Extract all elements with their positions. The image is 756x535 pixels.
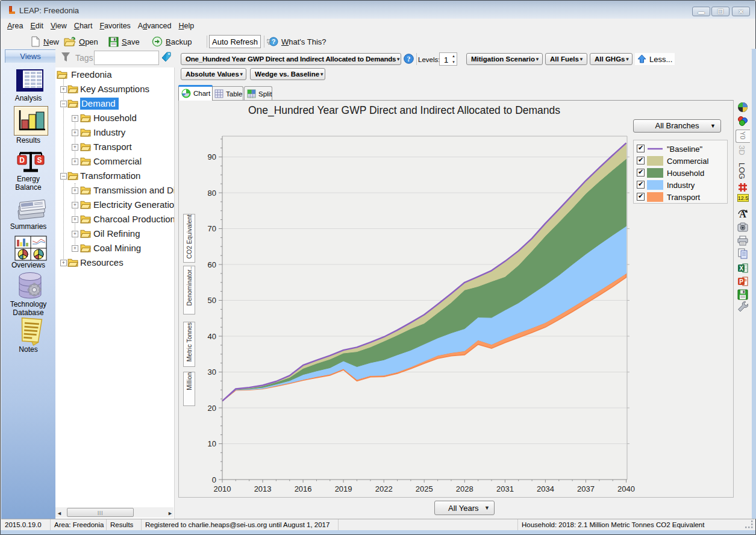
svg-text:20: 20 (208, 404, 216, 413)
svg-text:P: P (739, 278, 743, 285)
svg-text:D: D (19, 156, 25, 164)
svg-text:0: 0 (212, 475, 216, 484)
svg-text:2031: 2031 (496, 484, 514, 493)
svg-text:50: 50 (208, 296, 216, 305)
svg-text:60: 60 (208, 260, 216, 269)
svg-text:2028: 2028 (456, 484, 473, 493)
svg-text:X: X (739, 265, 743, 272)
svg-text:30: 30 (208, 368, 216, 377)
svg-text:2040: 2040 (617, 484, 635, 493)
svg-text:90: 90 (208, 152, 216, 161)
svg-text:2037: 2037 (577, 484, 595, 493)
svg-text:2019: 2019 (335, 484, 352, 493)
svg-text:2034: 2034 (537, 484, 554, 493)
svg-text:12.5: 12.5 (738, 195, 749, 201)
svg-text:2013: 2013 (254, 484, 272, 493)
svg-text:S: S (37, 156, 42, 164)
svg-text:2016: 2016 (295, 484, 312, 493)
svg-text:2010: 2010 (214, 484, 231, 493)
svg-text:2025: 2025 (416, 484, 433, 493)
svg-text:70: 70 (208, 224, 216, 233)
svg-text:?: ? (407, 55, 411, 63)
svg-text:10: 10 (208, 439, 216, 448)
svg-text:80: 80 (208, 189, 216, 198)
svg-text:2022: 2022 (375, 484, 393, 493)
svg-text:40: 40 (208, 332, 216, 341)
svg-text:?: ? (272, 38, 276, 45)
